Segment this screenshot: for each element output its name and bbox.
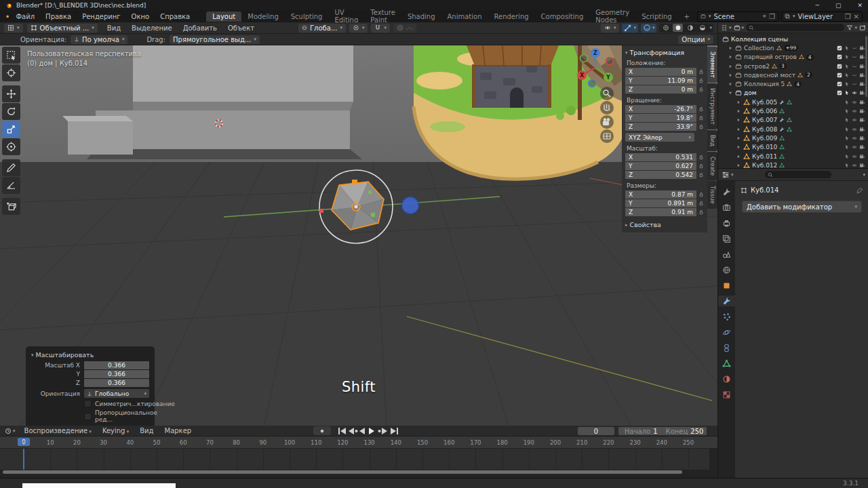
outliner-collection-row[interactable]: Collection+99: [718, 43, 868, 52]
workspace-tab-shading[interactable]: Shading: [401, 12, 441, 22]
3d-viewport[interactable]: Z X Y Пользовательская перспектива (0) д…: [0, 45, 717, 426]
menu-окно[interactable]: Окно: [126, 12, 155, 22]
properties-tab-object-data[interactable]: [718, 358, 735, 369]
timeline-tracks[interactable]: [0, 448, 709, 470]
visibility-dropdown[interactable]: ▾: [601, 24, 620, 33]
current-frame-field[interactable]: 0: [578, 427, 614, 435]
checkbox[interactable]: [84, 413, 92, 420]
drag-dropdown[interactable]: Прямоугольное выд... ▾: [170, 35, 260, 44]
frame-range-fields[interactable]: Начало 1 Конец 250: [618, 427, 707, 435]
transform-field-z[interactable]: Z0 m: [625, 85, 696, 94]
transform-field-y[interactable]: Y0.891 m: [625, 199, 696, 207]
timeline-menu-keying[interactable]: Keying ▾: [97, 426, 134, 436]
tool-transform[interactable]: [2, 138, 20, 155]
workspace-tab-rendering[interactable]: Rendering: [488, 12, 535, 22]
outliner-display-mode-button[interactable]: ▾: [734, 24, 745, 31]
properties-tab-output[interactable]: [718, 218, 735, 228]
maximize-button[interactable]: ▢: [835, 2, 842, 9]
timeline-menu-воспроизведение[interactable]: Воспроизведение ▾: [19, 426, 97, 436]
gizmos-toggle[interactable]: ▾: [622, 24, 638, 33]
operator-field-value[interactable]: 0.366: [84, 370, 149, 378]
tool-rotate[interactable]: [2, 103, 20, 120]
menu-справка[interactable]: Справка: [155, 12, 195, 22]
viewport-menu-выделение[interactable]: Выделение: [126, 23, 178, 33]
sidebar-tab-вид[interactable]: Вид: [707, 130, 717, 151]
transform-field-y[interactable]: Y11.09 m: [625, 77, 696, 85]
tool-annotate[interactable]: [2, 159, 20, 176]
outliner-collection-row[interactable]: подвесной мост2: [718, 70, 868, 79]
operator-field-value[interactable]: 0.366: [84, 379, 149, 387]
tool-move[interactable]: [2, 85, 20, 102]
proportional-editing-toggle[interactable]: [393, 24, 416, 33]
overlays-toggle[interactable]: ▾: [641, 24, 657, 33]
outliner-collection-row[interactable]: дом: [718, 89, 868, 98]
operator-orientation-dropdown[interactable]: Глобально ▾: [84, 389, 149, 398]
viewlayer-selector[interactable]: ▾ ViewLayer ❐ ✕: [781, 12, 863, 22]
new-scene-icon[interactable]: ❐: [769, 13, 775, 20]
timeline-scrollbar[interactable]: [3, 470, 682, 474]
checkbox[interactable]: [84, 400, 92, 407]
mode-dropdown[interactable]: Объектный ... ▾: [27, 24, 98, 33]
outliner-object-row[interactable]: Куб.008: [718, 125, 868, 134]
end-frame-value[interactable]: 250: [690, 428, 703, 435]
menu-правка[interactable]: Правка: [40, 12, 77, 22]
properties-tab-view-layer[interactable]: [718, 233, 735, 244]
outliner-editor-type-button[interactable]: ▾: [721, 24, 732, 31]
shading-rendered-button[interactable]: [697, 24, 707, 32]
transform-field-y[interactable]: Y0.627: [625, 162, 696, 170]
sidebar-tab-инструмент[interactable]: Инструмент: [707, 83, 717, 129]
tool-orientation-dropdown[interactable]: По умолча ▾: [71, 35, 127, 44]
timeline-menu-вид[interactable]: Вид: [134, 426, 159, 436]
outliner-collection-row[interactable]: остров23: [718, 62, 868, 70]
transform-field-x[interactable]: X0.531: [625, 153, 696, 161]
minimize-button[interactable]: ─: [816, 2, 819, 9]
new-collection-icon[interactable]: [859, 24, 866, 31]
operator-panel-header[interactable]: ▾ Масштабировать: [31, 351, 149, 359]
outliner-object-row[interactable]: Куб.005: [718, 98, 868, 106]
transform-field-x[interactable]: X-26.7°: [625, 105, 696, 113]
menu-рендеринг[interactable]: Рендеринг: [77, 12, 125, 22]
properties-tab-object[interactable]: [718, 280, 735, 291]
editor-type-button[interactable]: ▾: [4, 24, 23, 33]
properties-tab-scene[interactable]: [718, 249, 735, 260]
timeline-ruler[interactable]: 0 01020304050607080901001101201301401501…: [0, 436, 717, 448]
transform-field-x[interactable]: X0 m: [625, 68, 696, 76]
operator-field-value[interactable]: 0.366: [84, 361, 149, 369]
pivot-point-dropdown[interactable]: ▾: [349, 24, 368, 33]
orientation-dropdown[interactable]: Глоба... ▾: [298, 24, 346, 33]
rotation-mode-dropdown[interactable]: XYZ Эйлер▾: [625, 133, 694, 142]
outliner-filter-button[interactable]: ▾: [846, 24, 857, 31]
properties-tab-constraints[interactable]: [718, 342, 735, 353]
outliner-object-row[interactable]: Куб.009: [718, 134, 868, 142]
sidebar-tab-элемент[interactable]: Элемент: [707, 47, 717, 83]
properties-tab-particles[interactable]: [718, 311, 735, 322]
properties-tab-material[interactable]: [718, 373, 735, 384]
island-scene[interactable]: [414, 45, 630, 179]
options-dropdown[interactable]: Опции ▾: [678, 35, 713, 44]
pin-icon[interactable]: ⌖: [762, 12, 766, 20]
outliner-scrollbar[interactable]: [865, 36, 867, 97]
shading-wireframe-button[interactable]: [660, 24, 671, 32]
tool-measure[interactable]: [2, 177, 20, 194]
scene-selector[interactable]: ▾ Scene ⌖ ❐: [697, 12, 778, 22]
outliner-collection-row[interactable]: парящий остров4: [718, 53, 868, 62]
transform-panel-header[interactable]: ▾ Трансформация: [625, 49, 704, 56]
snap-toggle[interactable]: ▾: [371, 24, 390, 33]
outliner-object-row[interactable]: Куб.007: [718, 116, 868, 125]
transform-field-y[interactable]: Y19.8°: [625, 114, 696, 122]
sidebar-tab-tissue[interactable]: Tissue: [707, 181, 717, 209]
remove-viewlayer-icon[interactable]: ✕: [854, 13, 859, 20]
properties-tab-physics[interactable]: [718, 327, 735, 338]
outliner-collection-row[interactable]: Коллекция 54: [718, 79, 868, 88]
workspace-tab-scripting[interactable]: Scripting: [635, 12, 677, 22]
menu-файл[interactable]: Файл: [10, 12, 40, 22]
properties-search-input[interactable]: [765, 171, 831, 178]
tool-select-box[interactable]: [2, 47, 20, 64]
pin-icon[interactable]: [856, 187, 863, 194]
transform-field-z[interactable]: Z0.91 m: [625, 208, 696, 216]
shading-material-button[interactable]: [685, 24, 695, 32]
workspace-tab-compositing[interactable]: Compositing: [535, 12, 590, 22]
start-frame-value[interactable]: 1: [653, 428, 657, 435]
viewport-menu-вид[interactable]: Вид: [102, 23, 126, 33]
playback-controls[interactable]: [338, 427, 403, 435]
